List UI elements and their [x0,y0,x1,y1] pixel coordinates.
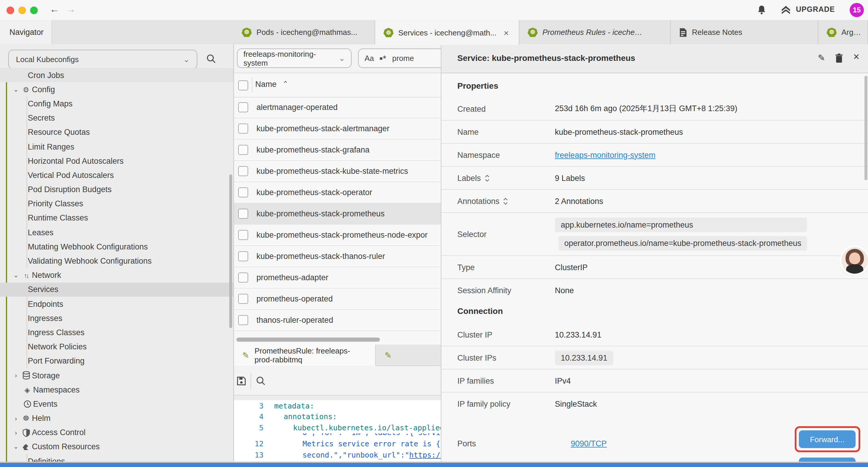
sidebar-item-resource-quotas[interactable]: Resource Quotas [0,125,234,140]
updown-icon: ↑↓ [20,271,32,279]
sidebar-item-port-forwarding[interactable]: Port Forwarding [0,354,234,368]
sidebar-item-config-maps[interactable]: Config Maps [0,97,234,111]
service-name: kube-prometheus-stack-prometheus-node-ex… [256,231,428,239]
filter-input[interactable]: Aa * prome [358,49,450,68]
back-button[interactable]: ← [50,4,59,15]
upgrade-chevrons-icon[interactable] [780,4,792,16]
sidebar-item-label: Secrets [28,114,55,122]
sidebar-item-mutating-webhook-configurations[interactable]: Mutating Webhook Configurations [0,240,234,254]
sidebar-item-pod-disruption-budgets[interactable]: Pod Disruption Budgets [0,182,234,197]
document-tab-release[interactable]: Release Notes [671,20,818,44]
namespace-select[interactable]: freeleaps-monitoring-system ⌄ [237,49,351,68]
sidebar-item-leases[interactable]: Leases [0,225,234,239]
sidebar-item-label: Config Maps [28,99,73,108]
panel-scrollbar[interactable] [864,76,867,180]
chevron-down-icon[interactable]: ⌄ [12,443,20,451]
port-link-9090[interactable]: 9090/TCP [571,439,607,448]
sidebar-item-cron-jobs[interactable]: Cron Jobs [0,68,234,82]
chevron-right-icon[interactable]: › [12,415,20,422]
name-column-header[interactable]: Name [255,80,277,89]
document-tab-prometheus[interactable]: ☸Prometheus Rules - icecheng... [519,20,671,44]
tab-label: Argo Se [841,28,862,37]
app-window: ← → UPGRADE 15 Navigator ☸Pods - icechen… [0,0,868,467]
sidebar-item-horizontal-pod-autoscalers[interactable]: Horizontal Pod Autoscalers [0,154,234,168]
document-tab-pods[interactable]: ☸Pods - icecheng@mathmas... [234,20,375,44]
regex-toggle[interactable]: * [380,55,386,61]
row-checkbox[interactable] [238,251,248,261]
sidebar-item-priority-classes[interactable]: Priority Classes [0,197,234,211]
sidebar-item-custom-resources[interactable]: ⌄Custom Resources [0,440,234,454]
forward-button[interactable]: → [66,4,75,15]
zoom-window-button[interactable] [30,6,38,14]
close-tab-icon[interactable]: × [504,28,509,37]
tab-label: Pods - icecheng@mathmas... [256,28,357,37]
sidebar-item-namespaces[interactable]: ◈Namespaces [0,382,234,397]
sidebar-item-network-policies[interactable]: Network Policies [0,340,234,354]
assistant-avatar[interactable] [841,247,868,274]
namespace-link[interactable]: freeleaps-monitoring-system [555,150,656,159]
sidebar-item-helm[interactable]: ›☸Helm [0,411,234,425]
delete-trash-icon[interactable] [835,53,843,63]
notification-count-badge[interactable]: 15 [850,3,864,17]
edit-pencil-icon[interactable]: ✎ [818,53,825,63]
chevron-right-icon[interactable]: › [12,372,20,379]
row-checkbox[interactable] [238,145,248,155]
navigator-panel-tab[interactable]: Navigator [0,20,52,44]
detail-row-type: TypeClusterIP [441,256,868,279]
select-all-checkbox[interactable] [238,80,248,90]
sort-icon[interactable] [485,174,490,182]
forward-port-button-9090[interactable]: Forward... [799,430,856,448]
bottom-accent-bar [0,463,868,467]
row-checkbox[interactable] [238,230,248,240]
editor-tab-prometheusrule[interactable]: ✎ PrometheusRule: freeleaps-prod-rabbitm… [234,345,376,366]
sidebar-item-label: Access Control [32,428,86,437]
chevron-right-icon[interactable]: › [12,429,20,436]
sidebar-item-events[interactable]: Events [0,397,234,411]
sort-ascending-icon[interactable]: ⌃ [282,80,288,88]
sidebar-item-ingresses[interactable]: Ingresses [0,311,234,325]
notifications-bell-icon[interactable] [757,5,766,16]
save-icon[interactable] [236,376,246,386]
sidebar-item-endpoints[interactable]: Endpoints [0,297,234,311]
sidebar-item-access-control[interactable]: ›Access Control [0,425,234,439]
sidebar-item-limit-ranges[interactable]: Limit Ranges [0,140,234,154]
minimize-window-button[interactable] [18,6,26,14]
row-checkbox[interactable] [238,315,248,325]
row-checkbox[interactable] [238,209,248,219]
sidebar-item-validating-webhook-configurations[interactable]: Validating Webhook Configurations [0,254,234,268]
row-checkbox[interactable] [238,166,248,176]
sidebar-item-runtime-classes[interactable]: Runtime Classes [0,211,234,225]
sidebar-item-secrets[interactable]: Secrets [0,111,234,125]
row-checkbox[interactable] [238,272,248,283]
sidebar-item-config[interactable]: ⌄⚙Config [0,82,234,96]
sidebar-scrollbar[interactable] [229,174,232,328]
sidebar-item-storage[interactable]: ›Storage [0,368,234,382]
row-checkbox[interactable] [238,102,248,112]
kubernetes-icon: ☸ [383,28,394,37]
chevron-down-icon[interactable]: ⌄ [12,271,20,279]
search-icon[interactable] [206,54,216,64]
detail-row-label: Type [441,263,555,272]
sidebar-item-ingress-classes[interactable]: Ingress Classes [0,325,234,340]
document-tab-argo[interactable]: ☸Argo Se [818,20,868,44]
row-checkbox[interactable] [238,187,248,198]
sidebar-item-vertical-pod-autoscalers[interactable]: Vertical Pod Autoscalers [0,168,234,182]
row-checkbox[interactable] [238,294,248,304]
row-checkbox[interactable] [238,123,248,134]
match-case-toggle[interactable]: Aa [365,54,374,63]
sidebar-item-network[interactable]: ⌄↑↓Network [0,268,234,282]
kubeconfig-select[interactable]: Local Kubeconfigs ⌄ [8,50,197,69]
editor-search-icon[interactable] [256,376,266,386]
tab-label: Release Notes [692,28,742,37]
detail-row-value: 253d 16h 6m ago (2025年1月13日 GMT+8 1:25:3… [555,104,737,114]
sidebar-item-services[interactable]: Services [0,283,234,297]
horizontal-scrollbar[interactable] [236,338,380,342]
kubernetes-icon: ☸ [827,28,837,37]
chevron-down-icon[interactable]: ⌄ [12,86,20,93]
sort-icon[interactable] [503,197,508,205]
close-icon[interactable]: × [853,51,860,63]
document-tab-services[interactable]: ☸Services - icecheng@math...× [375,20,519,45]
sidebar-item-label: Runtime Classes [28,214,88,223]
upgrade-button[interactable]: UPGRADE [796,5,835,13]
close-window-button[interactable] [6,6,14,14]
